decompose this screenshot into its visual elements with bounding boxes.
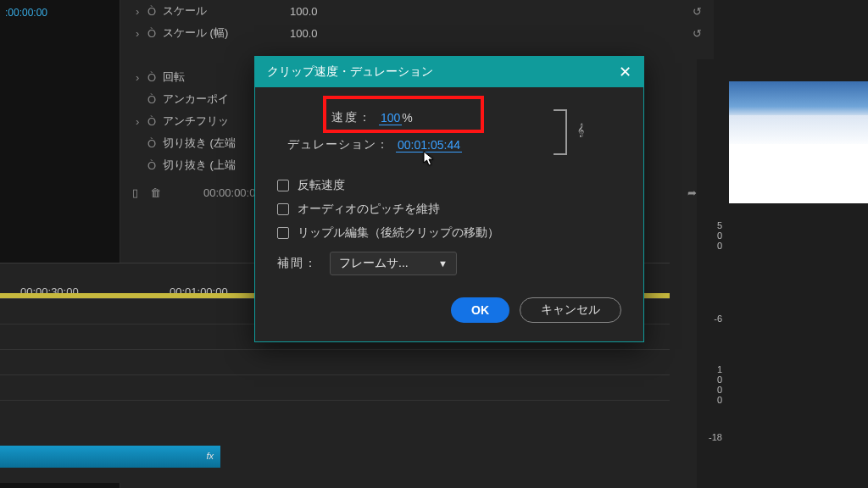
speed-label: 速度： [277,110,379,125]
ok-button[interactable]: OK [451,297,509,323]
duration-label: デュレーション： [277,137,396,152]
dialog-titlebar[interactable]: クリップ速度・デュレーション ✕ [255,57,643,87]
stopwatch-icon[interactable]: Ò [147,159,163,172]
interpolation-label: 補間： [277,256,318,271]
speed-unit: % [402,111,412,125]
caret-icon: › [136,27,147,40]
interpolation-select[interactable]: フレームサ... ▼ [330,252,457,275]
checkbox-icon[interactable] [277,227,289,239]
caret-icon: › [136,115,147,128]
folder-icon[interactable]: ▯ [132,186,138,199]
stopwatch-icon[interactable]: Ò [147,137,163,150]
ripple-edit-checkbox[interactable]: リップル編集（後続クリップの移動） [277,221,621,245]
maintain-pitch-checkbox[interactable]: オーディオのピッチを維持 [277,197,621,221]
monitor-thumbnail [729,81,868,144]
duration-row: デュレーション： 00:01:05:44 [277,131,621,158]
caret-icon: › [136,5,147,18]
cancel-button[interactable]: キャンセル [520,297,621,323]
reverse-speed-checkbox[interactable]: 反転速度 [277,174,621,197]
prop-label: スケール [163,3,290,19]
checkbox-icon[interactable] [277,180,289,191]
close-icon[interactable]: ✕ [619,63,632,81]
export-icon[interactable]: ➦ [687,186,697,199]
dialog-title: クリップ速度・デュレーション [267,64,433,80]
prop-value[interactable]: 100.0 [290,5,349,18]
trash-icon[interactable]: 🗑 [150,186,161,199]
speed-duration-dialog: クリップ速度・デュレーション ✕ 𝄞 速度： 100 % デュレーション： 00… [254,56,644,342]
duration-value[interactable]: 00:01:05:44 [396,138,462,152]
reset-icon[interactable]: ↺ [693,27,702,40]
stopwatch-icon[interactable]: Ò [147,93,163,106]
stopwatch-icon[interactable]: Ò [147,5,163,18]
speed-row: 速度： 100 % [277,104,621,131]
caret-icon: › [136,71,147,84]
footer-timecode: 00:00:00:00 [203,186,262,199]
link-icon[interactable]: 𝄞 [577,123,584,137]
source-timecode: :00:00:00 [0,0,120,25]
checkbox-icon[interactable] [277,203,289,215]
prop-scale-width[interactable]: › Ò スケール (幅) 100.0 ↺ [120,22,714,44]
checkbox-label: オーディオのピッチを維持 [298,202,440,217]
prop-label: スケール (幅) [163,25,290,41]
checkbox-label: 反転速度 [298,178,345,193]
link-bracket-icon [554,109,567,155]
checkbox-label: リップル編集（後続クリップの移動） [298,225,499,241]
timeline-clip[interactable]: fx [0,446,220,468]
prop-scale[interactable]: › Ò スケール 100.0 ↺ [120,0,714,22]
speed-value[interactable]: 100 [379,111,402,125]
audio-meter: 5 0 0 -6 1 0 0 0 -18 -30 [697,59,726,488]
stopwatch-icon[interactable]: Ò [147,115,163,128]
chevron-down-icon: ▼ [438,258,448,269]
program-monitor [729,81,868,203]
select-value: フレームサ... [339,256,409,271]
reset-icon[interactable]: ↺ [693,5,702,18]
prop-value[interactable]: 100.0 [290,27,349,40]
stopwatch-icon[interactable]: Ò [147,71,163,84]
fx-badge: fx [199,446,220,466]
stopwatch-icon[interactable]: Ò [147,27,163,40]
